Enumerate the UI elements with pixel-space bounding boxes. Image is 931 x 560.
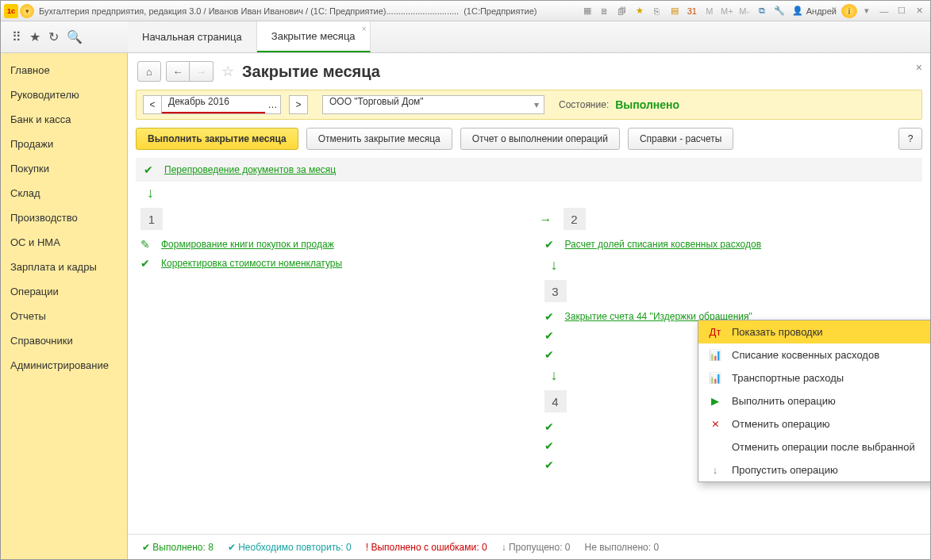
favorite-page-icon[interactable]: ☆ [221,63,234,80]
button-label: Выполнить закрытие месяца [148,133,287,144]
organization-select[interactable]: ООО "Торговый Дом" [322,95,544,114]
column-1: 1 ✎ Формирование книги покупок и продаж … [136,205,519,474]
maximize-icon[interactable]: ☐ [894,4,910,18]
step-number: 3 [544,280,567,302]
user-indicator[interactable]: 👤 Андрей [789,6,840,16]
ctx-execute-op[interactable]: ▶ Выполнить операцию [698,389,930,412]
tool-icon[interactable]: ⎘ [649,4,665,18]
cancel-icon: ⨯ [708,418,722,430]
dropdown-icon[interactable]: ▾ [859,4,875,18]
button-label: Отменить закрытие месяца [318,133,440,144]
wrench-icon[interactable]: 🔧 [771,4,787,18]
period-prev-button[interactable]: < [143,95,162,114]
period-picker-button[interactable]: … [265,95,281,114]
ctx-label: Списание косвенных расходов [732,349,879,361]
status-notdone: Не выполнено: 0 [585,542,660,553]
help-button[interactable]: ? [898,128,922,150]
references-button[interactable]: Справки - расчеты [628,128,733,150]
tab-label: Начальная страница [142,31,242,43]
sidebar-item-admin[interactable]: Администрирование [1,353,127,378]
sidebar-item-bank[interactable]: Банк и касса [1,107,127,132]
sidebar-item-assets[interactable]: ОС и НМА [1,230,127,255]
sidebar-item-catalogs[interactable]: Справочники [1,328,127,353]
period-field[interactable]: Декабрь 2016 [162,95,265,114]
ctx-label: Выполнить операцию [732,395,836,407]
home-button[interactable]: ⌂ [137,61,161,82]
minimize-icon[interactable]: — [876,4,892,18]
tab-start-page[interactable]: Начальная страница [128,21,257,52]
stage-link[interactable]: Корректировка стоимости номенклатуры [161,258,342,269]
page-title: Закрытие месяца [242,63,380,81]
m-minus-icon[interactable]: M- [737,4,752,18]
sidebar-item-hr[interactable]: Зарплата и кадры [1,255,127,279]
status-errors: ! Выполнено с ошибками: 0 [366,542,487,553]
m-plus-icon[interactable]: M+ [719,4,735,18]
info-icon[interactable]: i [841,4,857,18]
tab-close-icon[interactable]: × [362,25,367,33]
execute-button[interactable]: Выполнить закрытие месяца [136,128,298,150]
sidebar-item-reports[interactable]: Отчеты [1,304,127,328]
operation-line: ✎ Формирование книги покупок и продаж [136,235,519,254]
report-button[interactable]: Отчет о выполнении операций [460,128,620,150]
calc-icon[interactable]: ▤ [667,4,683,18]
context-menu: Дт Показать проводки 📊 Списание косвенны… [698,320,930,482]
postings-icon: Дт [708,326,722,338]
tab-label: Закрытие месяца [271,30,356,42]
button-label: Справки - расчеты [640,133,721,144]
period-next-button[interactable]: > [289,95,308,114]
star-icon[interactable]: ★ [29,29,40,44]
stage-link[interactable]: Формирование книги покупок и продаж [161,239,334,250]
check-icon: ✔ [544,420,557,433]
tool-icon[interactable]: 🗎 [597,4,613,18]
ctx-cancel-after[interactable]: Отменить операции после выбранной [698,435,930,458]
close-window-icon[interactable]: ✕ [911,4,927,18]
ctx-label: Отменить операции после выбранной [732,441,915,453]
tab-month-close[interactable]: Закрытие месяца × [257,21,371,52]
titlebar: 1c ▾ Бухгалтерия предприятия, редакция 3… [1,1,930,21]
favorite-icon[interactable]: ★ [632,4,648,18]
cancel-close-button[interactable]: Отменить закрытие месяца [306,128,452,150]
label: Необходимо повторить: [238,542,344,553]
sidebar-item-sales[interactable]: Продажи [1,132,127,156]
ctx-show-postings[interactable]: Дт Показать проводки [698,320,930,343]
check-icon: ✔ [544,310,557,323]
ctx-label: Показать проводки [732,326,823,338]
sidebar-item-main[interactable]: Главное [1,58,127,82]
sidebar-item-stock[interactable]: Склад [1,181,127,205]
ctx-skip-op[interactable]: ↓ Пропустить операцию [698,458,930,481]
back-button[interactable]: ← [166,61,190,82]
tabstrip: Начальная страница Закрытие месяца × [128,21,371,52]
step-number: 1 [140,208,163,230]
page-close-icon[interactable]: × [916,61,922,74]
user-name: Андрей [806,6,837,16]
ctx-transport-costs[interactable]: 📊 Транспортные расходы [698,366,930,389]
apps-icon[interactable]: ⠿ [12,29,21,44]
tool-icon[interactable]: 🗐 [614,4,630,18]
operation-line: ✔ Корректировка стоимости номенклатуры [136,254,519,273]
tool-icon[interactable]: ▦ [579,4,595,18]
ctx-indirect-writeoff[interactable]: 📊 Списание косвенных расходов [698,343,930,366]
forward-button[interactable]: → [190,61,214,82]
m-icon[interactable]: M [702,4,717,18]
sidebar-item-purchases[interactable]: Покупки [1,156,127,181]
value: 0 [346,542,352,553]
label: Не выполнено: [585,542,652,553]
search-icon[interactable]: 🔍 [67,29,83,44]
sidebar-item-manager[interactable]: Руководителю [1,82,127,107]
stage-link[interactable]: Перепроведение документов за месяц [164,164,336,175]
stage-link[interactable]: Расчет долей списания косвенных расходов [565,239,762,250]
step-number: 2 [564,208,586,230]
status-done: ✔ Выполнено: 8 [142,542,214,553]
sidebar-item-production[interactable]: Производство [1,205,127,230]
calendar-icon[interactable]: 31 [684,4,700,18]
check-icon: ✔ [544,439,557,452]
sidebar-item-operations[interactable]: Операции [1,279,127,304]
app-menu-icon[interactable]: ▾ [20,4,34,18]
arrow-right-icon: → [540,213,552,227]
history-icon[interactable]: ↻ [48,29,59,44]
status-bar: ✔ Выполнено: 8 ✔ Необходимо повторить: 0… [128,534,930,559]
ctx-label: Транспортные расходы [732,372,844,384]
panel-icon[interactable]: ⧉ [754,4,770,18]
button-label: ? [908,133,914,144]
ctx-cancel-op[interactable]: ⨯ Отменить операцию [698,412,930,435]
